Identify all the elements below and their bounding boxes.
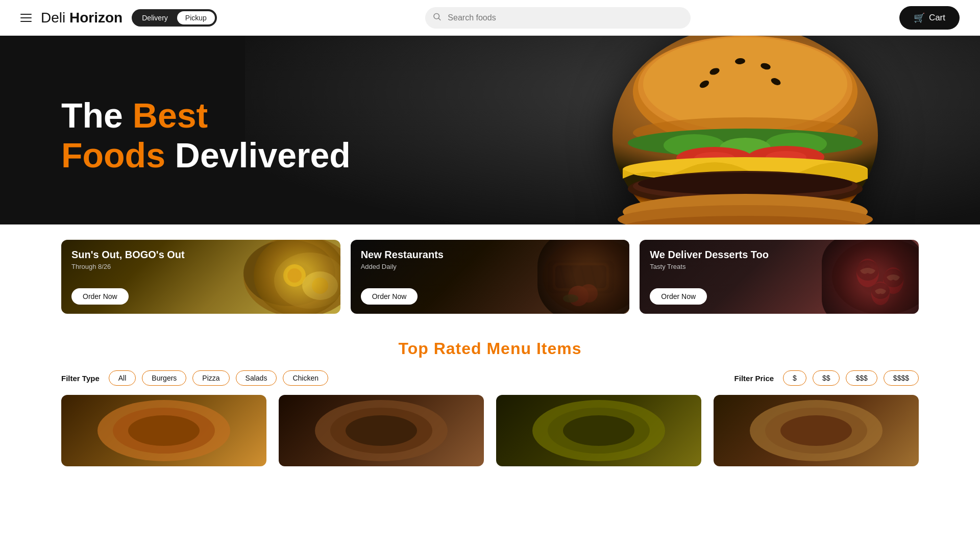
- promo-order-btn-desserts[interactable]: Order Now: [650, 288, 707, 305]
- promo-section: Sun's Out, BOGO's Out Through 8/26 Order…: [0, 224, 980, 329]
- search-input[interactable]: [425, 7, 691, 29]
- hero-line2-orange: Foods: [61, 136, 165, 174]
- promo-card-title-restaurants: New Restaurants: [361, 249, 620, 261]
- menu-item-card-2[interactable]: [279, 395, 484, 466]
- filter-price-group: Filter Price $ $$ $$$ $$$$: [734, 370, 919, 386]
- filter-price-4[interactable]: $$$$: [884, 370, 919, 386]
- cart-label: Cart: [929, 13, 945, 23]
- svg-point-63: [346, 415, 417, 446]
- filter-chip-burgers[interactable]: Burgers: [142, 370, 186, 386]
- delivery-toggle: Delivery Pickup: [132, 9, 217, 27]
- menu-section-title: Top Rated Menu Items: [61, 339, 919, 358]
- hero-burger-image: [612, 36, 878, 224]
- filter-chip-pizza[interactable]: Pizza: [192, 370, 229, 386]
- hero-section: The Best Foods Devlivered: [0, 36, 980, 224]
- menu-item-card-3[interactable]: [496, 395, 701, 466]
- promo-card-title-desserts: We Deliver Desserts Too: [650, 249, 909, 261]
- promo-card-restaurants[interactable]: New Restaurants Added Daily Order Now: [351, 240, 630, 314]
- filter-chip-all[interactable]: All: [109, 370, 136, 386]
- hero-title: The Best Foods Devlivered: [61, 95, 351, 175]
- filter-row: Filter Type All Burgers Pizza Salads Chi…: [61, 370, 919, 386]
- promo-card-bogo[interactable]: Sun's Out, BOGO's Out Through 8/26 Order…: [61, 240, 340, 314]
- svg-point-66: [563, 415, 634, 446]
- filter-price-3[interactable]: $$$: [846, 370, 877, 386]
- promo-card-subtitle-bogo: Through 8/26: [71, 263, 330, 270]
- filter-type-group: Filter Type All Burgers Pizza Salads Chi…: [61, 370, 328, 386]
- filter-price-2[interactable]: $$: [813, 370, 840, 386]
- svg-point-60: [128, 415, 200, 446]
- hero-line1-white: The: [61, 96, 133, 135]
- promo-card-content-desserts: We Deliver Desserts Too Tasty Treats Ord…: [640, 240, 919, 314]
- navbar: Deli Horizon Delivery Pickup 🛒 Cart: [0, 0, 980, 36]
- menu-item-bg-2: [279, 395, 484, 466]
- promo-card-content-restaurants: New Restaurants Added Daily Order Now: [351, 240, 630, 314]
- cart-icon: 🛒: [914, 12, 925, 23]
- promo-order-btn-bogo[interactable]: Order Now: [71, 288, 129, 305]
- menu-item-card-1[interactable]: [61, 395, 266, 466]
- filter-type-label: Filter Type: [61, 374, 100, 383]
- svg-point-69: [780, 415, 852, 446]
- filter-price-1[interactable]: $: [783, 370, 806, 386]
- menu-item-bg-3: [496, 395, 701, 466]
- hero-line2-white: Devlivered: [165, 136, 351, 174]
- filter-chip-chicken[interactable]: Chicken: [283, 370, 328, 386]
- svg-line-1: [439, 18, 440, 19]
- hero-line1-orange: Best: [133, 96, 208, 135]
- promo-card-subtitle-desserts: Tasty Treats: [650, 263, 909, 270]
- menu-items-row: [61, 395, 919, 466]
- brand-name: Deli Horizon: [41, 10, 122, 26]
- delivery-toggle-btn[interactable]: Delivery: [134, 11, 176, 24]
- search-container: [425, 7, 691, 29]
- brand-name-light: Deli: [41, 10, 69, 26]
- menu-section: Top Rated Menu Items Filter Type All Bur…: [0, 329, 980, 487]
- brand-name-bold: Horizon: [69, 10, 122, 26]
- filter-chip-salads[interactable]: Salads: [236, 370, 277, 386]
- menu-item-bg-1: [61, 395, 266, 466]
- promo-order-btn-restaurants[interactable]: Order Now: [361, 288, 418, 305]
- search-icon: [432, 12, 442, 23]
- promo-card-subtitle-restaurants: Added Daily: [361, 263, 620, 270]
- svg-point-5: [643, 37, 847, 131]
- hero-content: The Best Foods Devlivered: [0, 85, 351, 175]
- svg-point-23: [638, 172, 852, 195]
- promo-card-title-bogo: Sun's Out, BOGO's Out: [71, 249, 330, 261]
- hamburger-menu-icon[interactable]: [20, 14, 32, 22]
- navbar-left: Deli Horizon Delivery Pickup: [20, 9, 217, 27]
- promo-card-desserts[interactable]: We Deliver Desserts Too Tasty Treats Ord…: [640, 240, 919, 314]
- menu-item-bg-4: [714, 395, 919, 466]
- promo-card-content-bogo: Sun's Out, BOGO's Out Through 8/26 Order…: [61, 240, 340, 314]
- cart-button[interactable]: 🛒 Cart: [899, 6, 960, 30]
- pickup-toggle-btn[interactable]: Pickup: [177, 11, 215, 24]
- filter-price-label: Filter Price: [734, 374, 774, 383]
- menu-item-card-4[interactable]: [714, 395, 919, 466]
